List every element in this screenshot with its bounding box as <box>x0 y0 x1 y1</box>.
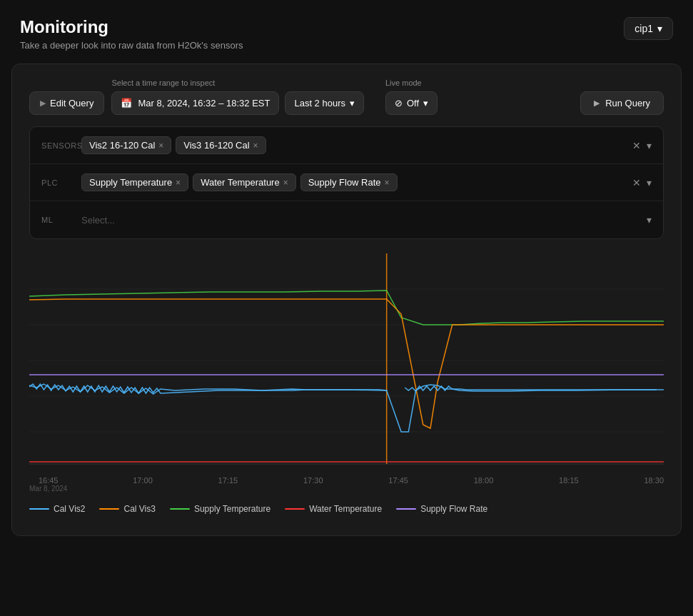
legend-label-cal-vis3: Cal Vis3 <box>123 504 155 514</box>
plc-tag-water-temp: Water Temperature × <box>193 173 296 191</box>
x-axis-date: Mar 8, 2024 <box>29 485 67 493</box>
ml-label: ML <box>41 216 81 224</box>
live-mode-button[interactable]: ⊘ Off <box>385 91 437 115</box>
live-mode-label: Live mode <box>385 79 437 87</box>
play-icon: ▶ <box>594 99 600 108</box>
sensors-filter-row: SENSORS Vis2 16-120 Cal × Vis3 16-120 Ca… <box>30 127 663 164</box>
x-axis-item-0: 16:45 Mar 8, 2024 <box>29 476 67 493</box>
run-query-button[interactable]: ▶ Run Query <box>580 91 664 115</box>
sensors-tags: Vis2 16-120 Cal × Vis3 16-120 Cal × <box>81 136 627 154</box>
sensors-filter-actions: ✕ ▾ <box>632 140 652 151</box>
chart-legend: Cal Vis2 Cal Vis3 Supply Temperature Wat… <box>29 504 664 514</box>
legend-supply-flow: Supply Flow Rate <box>396 504 487 514</box>
x-axis-item-2: 17:15 <box>218 476 238 493</box>
plc-tags: Supply Temperature × Water Temperature ×… <box>81 173 627 191</box>
expand-ml-icon[interactable]: ▾ <box>647 214 652 226</box>
x-axis-item-1: 17:00 <box>133 476 153 493</box>
tag-label: Water Temperature <box>201 177 280 188</box>
x-axis-time: 17:00 <box>133 476 153 485</box>
ml-filter-actions: ▾ <box>647 214 652 226</box>
sensor-tag-vis2: Vis2 16-120 Cal × <box>81 136 171 154</box>
calendar-icon: 📅 <box>121 98 132 108</box>
preset-select-button[interactable]: Last 2 hours <box>285 91 364 115</box>
legend-cal-vis3: Cal Vis3 <box>99 504 155 514</box>
main-card: ▶ Edit Query Select a time range to insp… <box>11 64 682 536</box>
x-axis-time: 16:45 <box>29 476 67 485</box>
x-axis-time: 18:00 <box>474 476 494 485</box>
plc-tag-supply-temp: Supply Temperature × <box>81 173 188 191</box>
header-text: Monitoring Take a deeper look into raw d… <box>20 17 243 51</box>
clear-plc-icon[interactable]: ✕ <box>632 177 641 188</box>
ml-filter-row: ML Select... ▾ <box>30 201 663 238</box>
tag-remove-icon[interactable]: × <box>385 178 390 187</box>
tag-label: Supply Flow Rate <box>308 177 381 188</box>
expand-plc-icon[interactable]: ▾ <box>647 177 652 188</box>
tag-remove-icon[interactable]: × <box>176 178 181 187</box>
site-selector-label: cip1 <box>634 23 653 34</box>
legend-label-supply-flow: Supply Flow Rate <box>420 504 487 514</box>
page-header: Monitoring Take a deeper look into raw d… <box>0 0 693 64</box>
run-query-label: Run Query <box>605 98 650 108</box>
x-axis-item-5: 18:00 <box>474 476 494 493</box>
live-mode-group: Live mode ⊘ Off <box>385 79 437 115</box>
chart-container <box>29 253 664 468</box>
query-controls: ▶ Edit Query Select a time range to insp… <box>29 79 664 115</box>
tag-label: Supply Temperature <box>89 177 172 188</box>
x-axis-time: 17:45 <box>388 476 408 485</box>
time-range-label: Select a time range to inspect <box>111 79 364 87</box>
filters-card: SENSORS Vis2 16-120 Cal × Vis3 16-120 Ca… <box>29 126 664 239</box>
plc-label: PLC <box>41 178 81 187</box>
page-subtitle: Take a deeper look into raw data from H2… <box>20 40 243 51</box>
legend-line-supply-flow <box>396 508 416 510</box>
chevron-down-icon <box>423 98 428 108</box>
x-axis-item-6: 18:15 <box>559 476 579 493</box>
tag-remove-icon[interactable]: × <box>158 141 163 150</box>
plc-tag-supply-flow: Supply Flow Rate × <box>300 173 398 191</box>
legend-cal-vis2: Cal Vis2 <box>29 504 85 514</box>
time-range-button[interactable]: 📅 Mar 8, 2024, 16:32 – 18:32 EST <box>111 91 279 115</box>
x-axis-time: 17:30 <box>303 476 323 485</box>
time-range-value: Mar 8, 2024, 16:32 – 18:32 EST <box>138 98 270 108</box>
x-axis-item-4: 17:45 <box>388 476 408 493</box>
chevron-down-icon <box>350 98 355 108</box>
x-axis-item-3: 17:30 <box>303 476 323 493</box>
legend-water-temp: Water Temperature <box>285 504 382 514</box>
x-axis-time: 17:15 <box>218 476 238 485</box>
legend-label-supply-temp: Supply Temperature <box>194 504 270 514</box>
off-icon: ⊘ <box>395 98 403 108</box>
x-axis-item-7: 18:30 <box>644 476 664 493</box>
x-axis-time: 18:30 <box>644 476 664 485</box>
sensors-label: SENSORS <box>41 141 81 150</box>
plc-filter-row: PLC Supply Temperature × Water Temperatu… <box>30 164 663 201</box>
legend-line-water-temp <box>285 508 305 510</box>
page-title: Monitoring <box>20 17 243 37</box>
preset-label: Last 2 hours <box>294 98 345 108</box>
legend-line-supply-temp <box>170 508 190 510</box>
clear-sensors-icon[interactable]: ✕ <box>632 140 641 151</box>
x-axis-time: 18:15 <box>559 476 579 485</box>
chevron-down-icon <box>657 23 662 34</box>
legend-line-cal-vis3 <box>99 508 119 510</box>
tag-label: Vis2 16-120 Cal <box>89 140 155 151</box>
tag-label: Vis3 16-120 Cal <box>183 140 249 151</box>
legend-label-cal-vis2: Cal Vis2 <box>54 504 85 514</box>
tag-remove-icon[interactable]: × <box>253 141 258 150</box>
expand-sensors-icon[interactable]: ▾ <box>647 140 652 151</box>
live-mode-value: Off <box>407 98 419 108</box>
legend-label-water-temp: Water Temperature <box>309 504 382 514</box>
x-axis: 16:45 Mar 8, 2024 17:00 17:15 17:30 17:4… <box>29 473 664 493</box>
site-selector-button[interactable]: cip1 <box>624 17 673 40</box>
ml-tags[interactable]: Select... <box>81 215 641 226</box>
legend-line-cal-vis2 <box>29 508 49 510</box>
plc-filter-actions: ✕ ▾ <box>632 177 652 188</box>
ml-select-placeholder: Select... <box>81 215 115 226</box>
sensor-tag-vis3: Vis3 16-120 Cal × <box>176 136 265 154</box>
edit-query-label: Edit Query <box>50 98 93 108</box>
tag-remove-icon[interactable]: × <box>283 178 288 187</box>
edit-query-button[interactable]: ▶ Edit Query <box>29 91 104 115</box>
arrow-right-icon: ▶ <box>40 99 46 108</box>
chart-svg <box>29 253 664 468</box>
time-range-group: Select a time range to inspect 📅 Mar 8, … <box>111 79 364 115</box>
legend-supply-temp: Supply Temperature <box>170 504 270 514</box>
